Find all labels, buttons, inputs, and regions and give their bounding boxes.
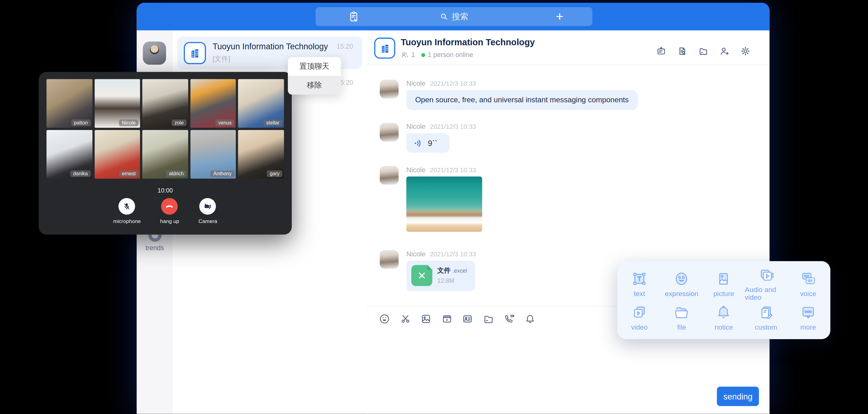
panel-label: notice bbox=[714, 323, 733, 331]
folder-icon[interactable] bbox=[483, 313, 494, 325]
group-avatar-icon bbox=[184, 42, 206, 64]
avatar[interactable] bbox=[380, 166, 399, 185]
participant-tile: ernest bbox=[94, 130, 140, 179]
voice-icon bbox=[800, 270, 816, 287]
menu-item-remove[interactable]: 移除 bbox=[288, 76, 341, 95]
participant-name: venus bbox=[215, 120, 234, 126]
image-attachment[interactable] bbox=[406, 177, 482, 232]
participant-name: stellar bbox=[264, 120, 282, 126]
group-avatar-icon bbox=[374, 38, 395, 59]
expression-icon bbox=[673, 270, 690, 287]
context-menu: 置顶聊天 移除 bbox=[288, 57, 341, 95]
camera-button[interactable]: Camera bbox=[198, 198, 217, 224]
file-name: 文件 bbox=[437, 267, 451, 275]
panel-item-video[interactable]: video bbox=[618, 301, 660, 333]
panel-item-picture[interactable]: picture bbox=[703, 267, 745, 301]
add-member-icon[interactable] bbox=[719, 46, 730, 56]
participant-name: gary bbox=[267, 170, 282, 177]
panel-item-audio-video[interactable]: Audio and video bbox=[745, 267, 787, 301]
notification-bell-icon[interactable] bbox=[524, 313, 536, 325]
settings-gear-icon[interactable] bbox=[740, 46, 750, 56]
search-bar[interactable]: 搜索 + bbox=[316, 7, 592, 26]
voice-message-bubble[interactable]: 9`` bbox=[406, 133, 450, 153]
top-bar: 搜索 + bbox=[137, 3, 770, 31]
participant-tile: aldrich bbox=[143, 130, 188, 179]
camera-label: Camera bbox=[198, 218, 217, 224]
file-extension: .excel bbox=[453, 268, 467, 274]
participant-name: ernest bbox=[119, 170, 138, 177]
file-folder-icon bbox=[673, 304, 690, 321]
call-timer: 10:00 bbox=[39, 187, 292, 194]
sender-name: Nicole bbox=[406, 250, 425, 258]
file-size: 12.8M bbox=[437, 277, 454, 284]
participant-tile: venus bbox=[190, 79, 236, 128]
camera-muted-icon[interactable] bbox=[199, 198, 216, 215]
message-time: 2021/12/3 10:33 bbox=[430, 167, 476, 173]
trends-label: trends bbox=[137, 244, 173, 252]
avatar[interactable] bbox=[380, 250, 399, 269]
contact-card-icon[interactable] bbox=[462, 313, 473, 325]
participant-tile: patton bbox=[46, 79, 92, 128]
panel-label: Audio and video bbox=[745, 286, 787, 301]
message-bubble[interactable]: Open source, free, and universal instant… bbox=[406, 90, 638, 110]
panel-label: file bbox=[677, 323, 686, 331]
members-icon bbox=[401, 51, 408, 59]
sender-name: Nicole bbox=[406, 123, 425, 131]
panel-item-custom[interactable]: custom bbox=[745, 301, 787, 333]
participant-name: patton bbox=[71, 120, 91, 126]
panel-item-voice[interactable]: voice bbox=[787, 267, 829, 301]
microphone-button[interactable]: microphone bbox=[113, 198, 141, 224]
video-file-icon bbox=[631, 304, 648, 321]
conversation-last-message: [文件] bbox=[213, 54, 230, 64]
panel-label: expression bbox=[665, 290, 699, 297]
mic-muted-icon[interactable] bbox=[119, 198, 135, 215]
hang-up-label: hang up bbox=[160, 218, 179, 224]
message-time: 2021/12/3 10:33 bbox=[430, 123, 476, 130]
video-call-icon[interactable] bbox=[503, 313, 515, 325]
panel-label: voice bbox=[800, 290, 816, 297]
image-icon[interactable] bbox=[420, 313, 432, 325]
avatar[interactable] bbox=[380, 123, 399, 142]
send-button[interactable]: sending bbox=[717, 387, 759, 406]
hang-up-icon[interactable] bbox=[161, 198, 178, 215]
message-type-panel: text expression picture Audio and video … bbox=[617, 261, 830, 339]
participant-name: danika bbox=[70, 170, 91, 177]
conversation-title: Tuoyun Information Technology bbox=[213, 41, 335, 51]
hang-up-button[interactable]: hang up bbox=[160, 198, 179, 224]
emoji-icon[interactable] bbox=[378, 313, 390, 325]
group-files-icon[interactable] bbox=[698, 46, 709, 56]
menu-item-pin-chat[interactable]: 置顶聊天 bbox=[288, 57, 341, 76]
search-placeholder[interactable]: 搜索 bbox=[452, 11, 468, 22]
header-divider bbox=[367, 65, 769, 65]
voice-wave-icon bbox=[414, 138, 424, 148]
voice-duration: 9`` bbox=[428, 138, 437, 148]
composer-toolbar bbox=[378, 313, 535, 325]
conversation-time: 15:20 bbox=[337, 42, 353, 50]
user-avatar[interactable] bbox=[143, 41, 166, 65]
sender-name: Nicole bbox=[406, 80, 425, 88]
panel-item-expression[interactable]: expression bbox=[660, 267, 703, 301]
add-button[interactable]: + bbox=[556, 10, 563, 23]
panel-item-notice[interactable]: notice bbox=[703, 301, 745, 333]
panel-item-more[interactable]: more bbox=[787, 301, 829, 333]
panel-item-text[interactable]: text bbox=[618, 267, 660, 301]
avatar[interactable] bbox=[380, 80, 399, 99]
online-dot bbox=[421, 53, 425, 57]
file-message-bubble[interactable]: ✕ 文件 .excel 12.8M bbox=[406, 261, 475, 291]
screenshot-scissors-icon[interactable] bbox=[400, 313, 411, 325]
sender-name: Nicole bbox=[406, 166, 425, 174]
participant-name: Nicole bbox=[119, 120, 138, 126]
participant-tile: Nicole bbox=[94, 79, 140, 128]
message-text: Nicole2021/12/3 10:33 Open source, free,… bbox=[380, 80, 762, 119]
video-icon[interactable] bbox=[441, 313, 453, 325]
group-notice-icon[interactable] bbox=[656, 46, 666, 56]
chat-record-search-icon[interactable] bbox=[677, 46, 687, 56]
message-image: Nicole2021/12/3 10:33 bbox=[380, 166, 546, 241]
text-icon bbox=[631, 270, 648, 287]
panel-item-file[interactable]: file bbox=[660, 301, 703, 333]
participant-tile: stellar bbox=[238, 79, 284, 128]
member-count: 1 bbox=[411, 51, 415, 59]
participant-tile: danika bbox=[46, 130, 92, 179]
audio-video-icon bbox=[758, 267, 774, 283]
participant-name: zole bbox=[172, 120, 186, 126]
